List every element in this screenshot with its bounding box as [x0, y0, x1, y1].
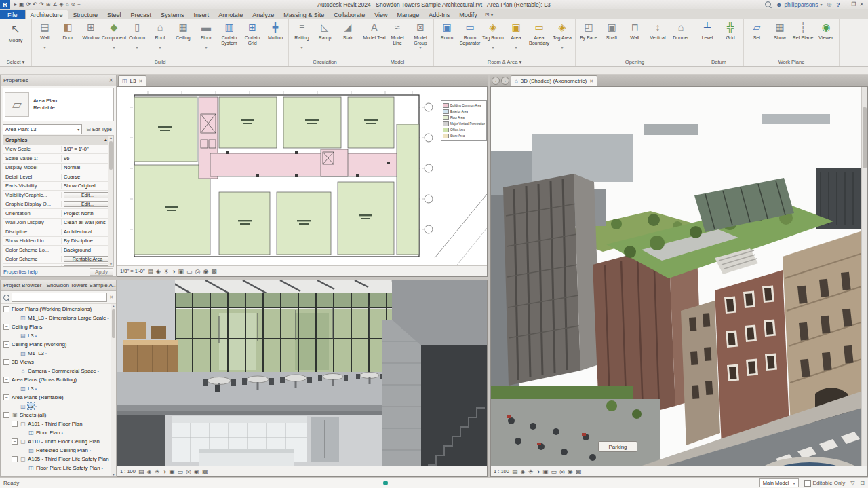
floor-plan-viewport[interactable]: Building Common AreaExterior AreaFloor A… [117, 86, 488, 277]
crop-view-icon[interactable]: ▣ [178, 268, 184, 275]
tree-item-ceiling-plans-working-[interactable]: −Ceiling Plans (Working) [1, 340, 116, 349]
view-tab-plan[interactable]: ◫ L3 ✕ [118, 75, 146, 86]
window-button[interactable]: ⊞Window [79, 20, 102, 46]
room-separator-button[interactable]: ▭Room Separator [458, 20, 481, 46]
ref-plane-button[interactable]: ┆Ref Plane [791, 20, 814, 46]
tree-item-m1-l3-dimensions-large-scale[interactable]: ◫M1_L3 - Dimensions Large Scale▪ [1, 314, 116, 322]
roof-button[interactable]: ⌂Roof▼ [149, 20, 172, 49]
ceiling-button[interactable]: ▦Ceiling [172, 20, 195, 46]
ribbon-tab-annotate[interactable]: Annotate [214, 10, 248, 19]
tree-expander-icon[interactable]: − [12, 456, 18, 462]
browser-search-input[interactable] [12, 293, 107, 302]
ribbon-display-toggle[interactable]: ⊡ ▾ [485, 12, 494, 19]
tree-item-area-plans-gross-building-[interactable]: −Area Plans (Gross Building) [1, 375, 116, 384]
property-edit-button[interactable]: Edit... [64, 265, 111, 267]
visual-style-icon[interactable]: ◈ [520, 468, 525, 475]
ribbon-tab-analyze[interactable]: Analyze [248, 10, 279, 19]
temporary-view-icon[interactable]: ▩ [211, 268, 217, 275]
exterior-3d-viewport[interactable]: Parking 1 : 100▤◈☀◑▣▭◎◉▩ [490, 86, 868, 477]
ribbon-tab-structure[interactable]: Structure [68, 10, 103, 19]
tree-expander-icon[interactable]: − [3, 341, 9, 348]
panel-label[interactable]: Datum [694, 58, 743, 66]
door-button[interactable]: ◧Door [56, 20, 79, 46]
project-browser-header[interactable]: Project Browser - Snowdon Towers Sample … [1, 280, 116, 291]
property-value[interactable]: Edit... [62, 192, 113, 198]
tree-expander-icon[interactable]: − [3, 324, 9, 330]
tree-item-a105-third-floor-life-safety-plan[interactable]: −▢A105 - Third Floor Life Safety Plan [1, 455, 116, 464]
temporary-view-icon[interactable]: ▩ [202, 468, 208, 475]
close-icon[interactable]: ✕ [859, 1, 864, 7]
vertical-scrollbar[interactable] [861, 87, 867, 466]
scroll-up-icon[interactable]: ▲ [111, 304, 116, 308]
set-workplane-button[interactable]: ▱Set [745, 20, 768, 46]
scrollbar-thumb[interactable] [112, 309, 115, 338]
instance-selector[interactable]: Area Plan: L3 ▾ [3, 124, 82, 134]
area-button[interactable]: ▣Area▼ [505, 20, 528, 49]
crop-region-icon[interactable]: ▭ [551, 468, 557, 475]
temporary-view-icon[interactable]: ▩ [576, 468, 582, 475]
tree-item-3d-views[interactable]: −3D Views [1, 358, 116, 367]
panel-label[interactable]: Opening [576, 58, 694, 66]
visual-style-icon[interactable]: ◈ [146, 468, 151, 475]
scroll-up-icon[interactable]: ▲ [108, 136, 113, 140]
model-line-button[interactable]: ≈Model Line [386, 20, 409, 46]
ribbon-tab-file[interactable]: File [0, 10, 25, 19]
forward-icon[interactable]: › [501, 77, 509, 85]
panel-label[interactable]: Work Plane [744, 58, 839, 66]
crop-view-icon[interactable]: ▣ [542, 468, 549, 475]
search-icon[interactable] [765, 1, 771, 7]
property-value[interactable]: Clean all wall joins [62, 219, 113, 225]
tree-item-l3[interactable]: ▤L3▪ [1, 331, 116, 340]
visual-style-icon[interactable]: ◈ [156, 268, 161, 275]
grid-button[interactable]: ╬Grid [719, 20, 742, 46]
view-scale-button[interactable]: 1 : 100 [120, 468, 136, 474]
reveal-hidden-icon[interactable]: ◉ [203, 268, 208, 275]
curtain-grid-button[interactable]: ⊞Curtain Grid [241, 20, 264, 46]
close-tab-icon[interactable]: ✕ [589, 79, 593, 84]
column-button[interactable]: ▯Column▼ [125, 20, 149, 49]
tree-expander-icon[interactable]: − [3, 306, 9, 312]
property-value[interactable]: Project North [62, 210, 113, 217]
tree-expander-icon[interactable]: − [3, 412, 9, 418]
filter-icon[interactable]: ▽ [850, 480, 854, 486]
temporary-hide-icon[interactable]: ◎ [186, 468, 191, 475]
scrollbar-thumb[interactable] [109, 141, 113, 170]
scroll-down-icon[interactable]: ▼ [111, 472, 116, 476]
property-edit-button[interactable]: Edit... [64, 201, 111, 207]
ribbon-tab-add-ins[interactable]: Add-Ins [424, 10, 454, 19]
select-toggle-icon[interactable]: ⊡ [860, 480, 865, 486]
tree-item-floor-plan-life-safety-plan[interactable]: ◫Floor Plan: Life Safety Plan▪ [1, 464, 116, 472]
tree-expander-icon[interactable]: − [12, 421, 18, 427]
component-button[interactable]: ◆Component▼ [102, 20, 125, 49]
section-icon[interactable]: ⊘ [71, 0, 76, 9]
tag-room-button[interactable]: ◈Tag Room▼ [481, 20, 505, 49]
notification-icon[interactable]: ◎ [827, 1, 831, 7]
room-button[interactable]: ▣Room [435, 20, 458, 46]
tree-item-sheets-all-[interactable]: −▣Sheets (all) [1, 411, 116, 419]
browser-scrollbar[interactable]: ▲▼ [111, 304, 116, 476]
property-value[interactable]: Normal [62, 164, 113, 170]
property-value[interactable]: 1/8" = 1'-0" [62, 146, 113, 152]
crop-region-icon[interactable]: ▭ [186, 268, 193, 275]
shadows-icon[interactable]: ◑ [162, 468, 165, 475]
panel-label[interactable]: Select ▾ [0, 58, 31, 66]
editable-only-checkbox[interactable]: Editable Only [804, 480, 846, 487]
undo-icon[interactable]: ↶ [33, 0, 37, 9]
tree-item-a101-third-floor-plan[interactable]: −▢A101 - Third Floor Plan [1, 419, 116, 428]
thin-lines-icon[interactable]: ≡ [77, 0, 81, 9]
property-value[interactable]: Background [62, 247, 113, 253]
stair-button[interactable]: ◢Stair [336, 20, 359, 46]
close-icon[interactable]: ✕ [108, 77, 113, 83]
panel-label[interactable]: Room & Area ▾ [434, 58, 575, 66]
panel-label[interactable]: Build [32, 58, 288, 66]
ribbon-tab-insert[interactable]: Insert [189, 10, 214, 19]
tree-item-area-plans-rentable-[interactable]: −Area Plans (Rentable) [1, 393, 116, 402]
vertical-opening-button[interactable]: ↕Vertical [646, 20, 669, 46]
property-value[interactable]: Coarse [62, 174, 113, 180]
view-scale-button[interactable]: 1/8" = 1'-0" [120, 268, 145, 274]
property-edit-button[interactable]: Rentable Area [64, 256, 111, 262]
apply-button[interactable]: Apply [90, 268, 113, 276]
ribbon-tab-massing-site[interactable]: Massing & Site [279, 10, 329, 19]
sun-path-icon[interactable]: ☀ [163, 268, 169, 275]
show-workplane-button[interactable]: ▦Show [768, 20, 791, 46]
